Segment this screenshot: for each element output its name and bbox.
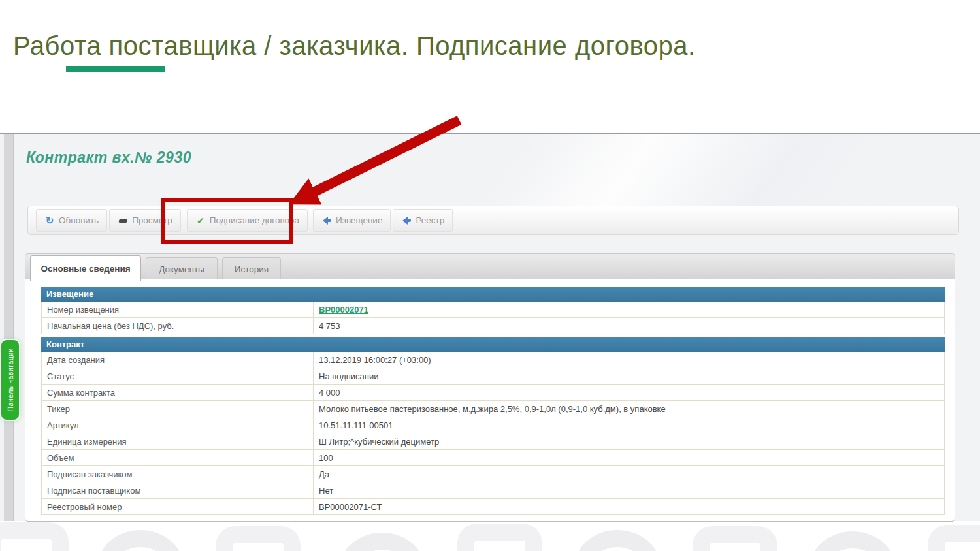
row-label: Дата создания [42, 352, 314, 368]
table-row: Тикер Молоко питьевое пастеризованное, м… [42, 400, 944, 417]
notice-table: Номер извещения ВР00002071 Начальная цен… [41, 302, 945, 334]
preview-button[interactable]: Просмотр [109, 209, 181, 232]
row-label: Подписан заказчиком [42, 466, 314, 482]
row-label: Начальная цена (без НДС), руб. [42, 318, 314, 334]
row-label: Номер извещения [42, 302, 314, 317]
watermark-shape [216, 526, 301, 551]
row-value: 13.12.2019 16:00:27 (+03:00) [314, 352, 944, 368]
table-row: Сумма контракта 4 000 [42, 384, 944, 400]
table-row: Номер извещения ВР00002071 [42, 302, 944, 317]
tab-history-label: История [235, 264, 269, 274]
preview-button-label: Просмотр [132, 215, 172, 225]
row-label: Реестровый номер [42, 499, 314, 514]
notice-number-link[interactable]: ВР00002071 [319, 305, 368, 315]
watermark-shape [693, 526, 777, 551]
row-value: 4 753 [314, 318, 944, 334]
tab-main-info-label: Основные сведения [41, 264, 130, 274]
table-row: Начальная цена (без НДС), руб. 4 753 [42, 317, 944, 334]
row-value: Нет [314, 482, 944, 498]
slide: Работа поставщика / заказчика. Подписани… [0, 0, 980, 551]
contract-table: Дата создания 13.12.2019 16:00:27 (+03:0… [41, 352, 945, 515]
table-row: Подписан поставщиком Нет [42, 482, 944, 498]
notice-button-label: Извещение [336, 215, 382, 225]
back-arrow-icon [401, 215, 412, 226]
watermark-shape [810, 531, 895, 551]
table-row: Подписан заказчиком Да [42, 465, 944, 482]
section-header-contract: Контракт [41, 337, 945, 352]
table-row: Статус На подписании [42, 368, 944, 384]
row-label: Объем [42, 450, 314, 465]
row-value: 100 [314, 450, 944, 465]
slide-title: Работа поставщика / заказчика. Подписани… [13, 31, 696, 61]
row-label: Единица измерения [42, 433, 314, 449]
row-value: На подписании [314, 368, 944, 384]
row-label: Подписан поставщиком [42, 482, 314, 498]
refresh-icon [44, 215, 55, 226]
table-row: Дата создания 13.12.2019 16:00:27 (+03:0… [42, 352, 944, 368]
sign-contract-button-label: Подписание договора [210, 215, 299, 225]
row-value: ВР00002071-СТ [314, 499, 944, 514]
table-row: Реестровый номер ВР00002071-СТ [42, 498, 944, 514]
tab-history[interactable]: История [222, 257, 281, 280]
row-value: 4 000 [314, 385, 944, 400]
tab-documents-label: Документы [159, 264, 204, 274]
navigation-panel-tab[interactable]: Панель навигации [1, 340, 19, 420]
watermark-shape [340, 533, 425, 551]
view-icon [118, 215, 128, 226]
watermark-shape [457, 524, 542, 551]
watermark-shape [98, 530, 183, 551]
title-underline-accent [66, 66, 165, 72]
refresh-button-label: Обновить [59, 215, 99, 225]
toolbar: Обновить Просмотр Подписание договора Из… [27, 206, 959, 235]
app-screenshot-window: Контракт вх.№ 2930 Обновить Просмотр Под… [0, 133, 980, 521]
watermark-shape [575, 530, 660, 551]
refresh-button[interactable]: Обновить [36, 209, 107, 232]
main-info-panel: Извещение Номер извещения ВР00002071 Нач… [25, 279, 955, 522]
row-value: Да [314, 466, 944, 482]
navigation-panel-label: Панель навигации [7, 348, 14, 411]
table-row: Объем 100 [42, 449, 944, 465]
tab-main-info[interactable]: Основные сведения [30, 255, 141, 281]
contract-page-title: Контракт вх.№ 2930 [26, 149, 191, 166]
table-row: Артикул 10.51.11.111-00501 [42, 417, 944, 433]
registry-button-label: Реестр [416, 215, 444, 225]
window-left-edge [4, 134, 14, 521]
watermark-shape [0, 522, 69, 551]
check-icon [195, 215, 206, 226]
section-header-notice: Извещение [41, 287, 945, 302]
registry-button[interactable]: Реестр [393, 209, 453, 232]
table-row: Единица измерения Ш Литр;^кубический дец… [42, 433, 944, 449]
tab-documents[interactable]: Документы [146, 257, 218, 280]
notice-button[interactable]: Извещение [313, 209, 391, 232]
row-value: 10.51.11.111-00501 [314, 417, 944, 433]
back-arrow-icon [321, 215, 332, 226]
row-label: Сумма контракта [42, 385, 314, 400]
row-label: Артикул [42, 417, 314, 433]
sign-contract-button[interactable]: Подписание договора [187, 209, 308, 232]
tab-strip: Основные сведения Документы История [25, 253, 955, 279]
row-label: Статус [42, 368, 314, 384]
row-value: Молоко питьевое пастеризованное, м.д.жир… [314, 401, 944, 417]
row-value: Ш Литр;^кубический дециметр [314, 433, 944, 449]
row-label: Тикер [42, 401, 314, 417]
watermark-shape [928, 525, 980, 551]
